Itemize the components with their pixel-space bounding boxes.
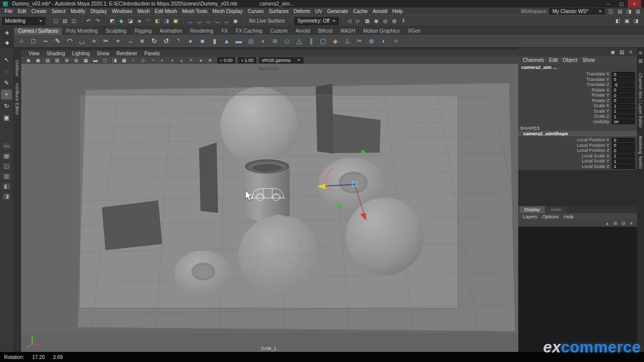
channel-label[interactable]: Rotate Z — [592, 98, 609, 103]
sphere-right-object[interactable] — [346, 198, 424, 275]
channel-label[interactable]: Translate X — [586, 71, 609, 76]
workspace-selector[interactable]: My Classic WS* — [549, 8, 605, 15]
menu-item[interactable]: Mesh — [135, 9, 152, 14]
open-render-view-icon[interactable]: ▦ — [363, 17, 371, 25]
safe-action-icon[interactable]: ○ — [129, 57, 138, 64]
shelf-menu-icon[interactable]: ◈ — [3, 28, 11, 36]
grid-icon[interactable]: ▦ — [82, 57, 90, 64]
viewport-menu-item[interactable]: Panels — [141, 51, 164, 56]
panel-tab[interactable]: Outliner — [15, 60, 20, 77]
field-chart-icon[interactable]: ▩ — [120, 57, 128, 64]
redo-icon[interactable]: ↷ — [94, 17, 102, 25]
cylinder-object[interactable] — [245, 159, 290, 221]
menu-item[interactable]: Surfaces — [266, 9, 291, 14]
motion-blur-icon[interactable]: ≋ — [206, 57, 214, 64]
select-mesh-mask-icon[interactable]: ■ — [135, 17, 143, 25]
close-button[interactable]: × — [628, 0, 641, 8]
create-layer-from-selected-icon[interactable]: ⊟ — [620, 220, 627, 227]
gamma-field[interactable]: ◑ 1.00 — [238, 57, 256, 63]
move-layer-up-icon[interactable]: ▴ — [604, 220, 611, 227]
layer-menu-item[interactable]: Layers — [520, 214, 540, 219]
channel-label[interactable]: Local Position Z — [577, 148, 609, 153]
select-hierarchy-mask-icon[interactable]: ◩ — [108, 17, 116, 25]
menu-item[interactable]: Help — [390, 9, 406, 14]
trim-tool-icon[interactable]: ✂ — [354, 35, 365, 47]
shelf-tab[interactable]: Poly Modeling — [62, 28, 102, 35]
menu-item[interactable]: Mesh Tools — [180, 9, 210, 14]
viewport-menu-item[interactable]: Lighting — [68, 51, 93, 56]
shelf-tab[interactable]: Sculpting — [102, 28, 130, 35]
pause-icon[interactable]: ‖ — [399, 17, 408, 25]
square-curve-icon[interactable]: □ — [28, 35, 39, 47]
menu-item[interactable]: Create — [29, 9, 49, 14]
modeling-toolkit-icon[interactable]: ⊞ — [637, 50, 643, 56]
extrude-surface-icon[interactable]: △ — [293, 35, 305, 47]
film-gate-icon[interactable]: ▬ — [91, 57, 100, 64]
select-surface-mask-icon[interactable]: ◧ — [153, 17, 162, 25]
lights-icon[interactable]: ◒ — [177, 57, 186, 64]
select-curve-mask-icon[interactable]: ◠ — [144, 17, 152, 25]
channel-value-field[interactable]: on — [612, 119, 635, 124]
channel-value-field[interactable]: 0 — [612, 98, 635, 103]
select-object-mask-icon[interactable]: ◆ — [117, 17, 125, 25]
shelf-tab[interactable]: XGen — [404, 28, 425, 35]
channel-value-field[interactable]: 0 — [612, 143, 635, 148]
shelf-tab[interactable]: Animation — [155, 28, 186, 35]
shape-node-name[interactable]: camera2_aimShape — [518, 131, 637, 136]
revolve-icon[interactable]: ◖ — [257, 35, 269, 47]
shelf-star-icon[interactable]: ◆ — [3, 38, 11, 46]
viewport-menu-item[interactable]: View — [25, 51, 43, 56]
viewport-menu-item[interactable]: Renderer — [113, 51, 141, 56]
duplicate-panel-icon[interactable]: ▤ — [618, 48, 626, 56]
channel-value-field[interactable]: 1 — [612, 114, 635, 119]
viewport-menu-item[interactable]: Shading — [43, 51, 69, 56]
show-tool-settings-icon[interactable]: ▣ — [623, 17, 631, 25]
new-scene-icon[interactable]: ▢ — [52, 17, 60, 25]
layer-list[interactable] — [518, 227, 637, 352]
channel-value-field[interactable]: 0 — [612, 148, 635, 153]
shelf-tab[interactable]: Rendering — [186, 28, 217, 35]
shaded-icon[interactable]: ◐ — [158, 57, 167, 64]
maximize-button[interactable]: ▢ — [615, 0, 628, 8]
circle-curve-icon[interactable]: ○ — [16, 35, 27, 47]
move-tool[interactable]: + — [1, 89, 12, 100]
shadows-icon[interactable]: ◓ — [187, 57, 195, 64]
shelf-tab[interactable]: Motion Graphics — [359, 28, 404, 35]
nurbs-plane-icon[interactable]: ▬ — [233, 35, 245, 47]
pin-panel-icon[interactable]: ◉ — [609, 48, 617, 56]
reverse-curve-icon[interactable]: ↺ — [160, 35, 172, 47]
input-connections-icon[interactable]: ◁ — [345, 17, 353, 25]
panel-tab[interactable]: Attribute Editor — [15, 83, 20, 115]
outliner-toggle-icon[interactable]: ▤ — [616, 8, 624, 16]
nurbs-cube-icon[interactable]: ■ — [197, 35, 208, 47]
surface-fillet-icon[interactable]: ◗ — [378, 35, 389, 47]
birail-icon[interactable]: ∥ — [305, 35, 317, 47]
show-channel-box-icon[interactable]: ◨ — [632, 17, 640, 25]
channel-label[interactable]: Local Scale Z — [582, 164, 609, 169]
menu-item[interactable]: Windows — [109, 9, 135, 14]
menu-item[interactable]: File — [2, 9, 15, 14]
viewport-menu-item[interactable]: Show — [93, 51, 113, 56]
nurbs-sphere-icon[interactable]: ● — [185, 35, 196, 47]
color-space-selector[interactable]: sRGB gamma — [259, 57, 303, 63]
channel-label[interactable]: Scale X — [594, 103, 609, 108]
insert-knot-icon[interactable]: + — [112, 35, 124, 47]
offset-curve-icon[interactable]: ≡ — [136, 35, 148, 47]
ipr-render-icon[interactable]: ◎ — [381, 17, 389, 25]
nurbs-torus-icon[interactable]: ◎ — [245, 35, 257, 47]
channel-label[interactable]: Scale Y — [594, 109, 609, 114]
shelf-tab[interactable]: Arnold — [291, 28, 314, 35]
channel-label[interactable]: Visibility — [593, 119, 609, 124]
channel-value-field[interactable]: 0 — [612, 138, 635, 143]
layer-menu-item[interactable]: Options — [540, 214, 561, 219]
two-point-arc-icon[interactable]: ◡ — [76, 35, 88, 47]
channel-value-field[interactable]: 0 — [612, 77, 635, 82]
menu-set-selector[interactable]: Modeling — [2, 17, 45, 25]
snap-to-point-icon[interactable]: ◡ — [204, 17, 212, 25]
three-point-arc-icon[interactable]: ◠ — [64, 35, 75, 47]
channel-label[interactable]: Scale Z — [594, 114, 609, 119]
snap-to-projected-center-icon[interactable]: ◡ — [213, 17, 221, 25]
open-scene-icon[interactable]: ▤ — [61, 17, 69, 25]
shelf-tab[interactable]: Curves / Surfaces — [14, 28, 62, 35]
channel-value-field[interactable]: 1 — [612, 109, 635, 114]
